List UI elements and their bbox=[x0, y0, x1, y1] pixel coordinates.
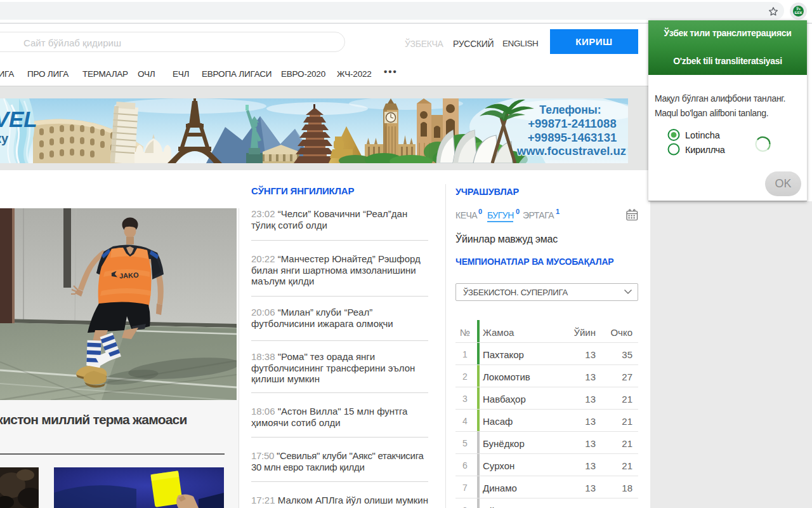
svg-text:Телефоны:: Телефоны: bbox=[539, 104, 601, 116]
svg-text:JAKO: JAKO bbox=[119, 271, 140, 280]
svg-text:AVEL: AVEL bbox=[0, 107, 37, 131]
svg-text:+99871-2411088: +99871-2411088 bbox=[528, 117, 616, 130]
svg-text:www.focustravel.uz: www.focustravel.uz bbox=[516, 144, 626, 157]
svg-text:+99895-1463131: +99895-1463131 bbox=[528, 131, 617, 144]
svg-text:ку: ку bbox=[0, 131, 9, 145]
